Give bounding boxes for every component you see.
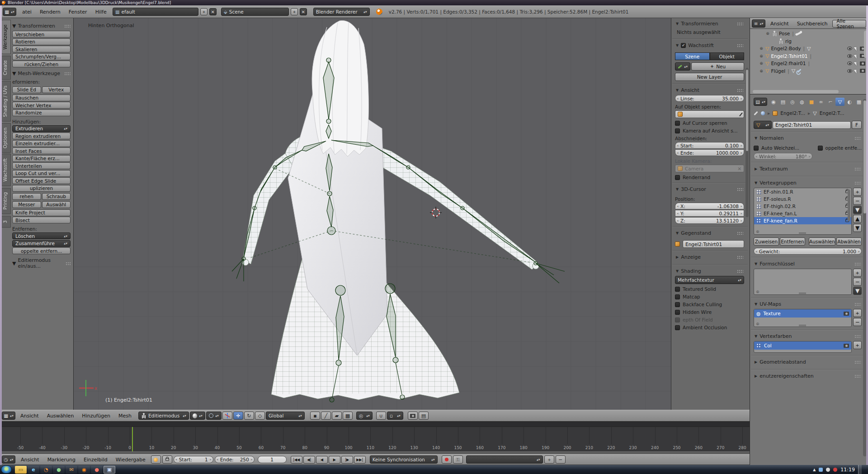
editor-type-button[interactable]: ▦▲▼ <box>2 412 15 420</box>
datablock-name-field[interactable]: Engel2:Tshirt01 <box>773 121 851 129</box>
grease-tab-scene[interactable]: Szene <box>675 52 710 60</box>
tool-button-region-extrudieren[interactable]: Region extrudieren <box>12 133 71 139</box>
tool-button-vertex[interactable]: Vertex <box>42 86 71 93</box>
lock-time-button[interactable] <box>162 455 172 464</box>
shading-toggle-textured-solid[interactable]: Textured Solid <box>675 286 744 292</box>
panel-header-uv-maps[interactable]: ▼UV-Maps <box>754 299 862 309</box>
uv-map-row-texture[interactable]: ◍Texture <box>754 309 851 318</box>
weight-slider[interactable]: Gewicht:1.000 <box>754 248 862 255</box>
vgroup-add-button[interactable]: ＋ <box>853 188 862 196</box>
tool-button-randomize[interactable]: Randomize <box>12 109 71 116</box>
checkbox[interactable] <box>675 302 680 307</box>
lock-cursor-checkbox[interactable] <box>675 121 680 126</box>
render-engine-dropdown[interactable]: Blender Renderer▲▼ <box>313 8 370 16</box>
object-data-tab[interactable]: ▽ <box>835 98 844 106</box>
proportional-edit-dropdown[interactable]: ◎▲▼ <box>356 412 373 420</box>
jump-to-end-button[interactable]: ▶▶| <box>354 456 366 464</box>
checkbox[interactable] <box>675 325 680 330</box>
material-tab[interactable]: ◐ <box>845 98 854 106</box>
show-desktop-button[interactable] <box>858 465 862 474</box>
editor-type-button[interactable]: ▦▲▼ <box>3 8 16 16</box>
opengl-animation-button[interactable]: ▤ <box>419 412 429 420</box>
firefox-icon[interactable]: ◔ <box>40 466 52 474</box>
render-tab[interactable]: ◉ <box>769 98 778 106</box>
vgroup-deselect-button[interactable]: Abwählen <box>836 237 862 246</box>
selectability-cursor-icon[interactable] <box>854 68 858 73</box>
tool-dropdown-extrudieren[interactable]: Extrudieren▲▼ <box>12 125 71 132</box>
tool-button-slide-ed[interactable]: Slide Ed <box>12 86 41 93</box>
panel-header-grease-pencil[interactable]: ▼Wachsstift <box>675 41 744 50</box>
item-name-field[interactable]: Engel2:Tshirt01 <box>683 240 744 248</box>
vgroup-remove-from-button[interactable]: Entfernen <box>780 237 805 246</box>
fake-user-button[interactable]: F <box>852 121 862 129</box>
app-green-icon[interactable]: ● <box>53 466 65 474</box>
outliner-row-engel2-fhair01[interactable]: ⊕▽Engel2:fhair01| <box>753 60 868 67</box>
shading-toggle-hidden-wire[interactable]: Hidden Wire <box>675 309 744 315</box>
grease-new-button[interactable]: ＋Neu <box>691 62 744 71</box>
scene-tab[interactable]: ◎ <box>788 98 797 106</box>
tool-button-bisect[interactable]: Bisect <box>12 217 71 223</box>
tool-button-knife-project[interactable]: Knife Project <box>12 209 71 216</box>
tool-button-rauschen[interactable]: Rauschen <box>12 95 71 101</box>
vgroup-move-up-button[interactable]: ▲ <box>853 215 862 223</box>
vertex-group-row-ef-soleus-r[interactable]: EF-soleus.R <box>754 195 851 203</box>
shading-toggle-epth-of-field[interactable]: epth Of Field <box>675 317 744 322</box>
tool-tab-optionen[interactable]: Optionen <box>1 123 11 153</box>
keying-set-field[interactable]: ▲▼ <box>466 455 543 464</box>
lock-object-field[interactable] <box>675 110 744 118</box>
tool-section-transformieren[interactable]: ▼Transformieren <box>12 23 71 29</box>
vgroup-select-button[interactable]: Auswählen <box>809 237 835 246</box>
panel-header-display[interactable]: ▶Anzeige <box>675 252 744 262</box>
world-tab[interactable]: ◍ <box>797 98 807 106</box>
menu-hilfe[interactable]: Hilfe <box>91 9 111 15</box>
add-layout-button[interactable]: ＋ <box>200 8 208 15</box>
expand-icon[interactable]: ⊕ <box>759 54 764 58</box>
shapekey-specials-button[interactable]: ▼ <box>853 287 862 295</box>
outliner-row-engel2-tshirt01[interactable]: ⊕▽Engel2:Tshirt01| <box>753 52 868 60</box>
list-resize-grip[interactable] <box>799 232 806 234</box>
vgroup-list-scrollbar[interactable] <box>848 190 850 221</box>
viewport-shading-dropdown[interactable]: ▲▼ <box>190 412 205 420</box>
record-button[interactable] <box>442 455 452 464</box>
snap-target-dropdown[interactable]: ▫▲▼ <box>387 412 403 420</box>
panel-header-vertex-groups[interactable]: ▼Vertexgruppen <box>754 178 862 188</box>
visibility-eye-icon[interactable] <box>847 47 852 50</box>
current-frame-field[interactable]: 1 <box>258 456 287 463</box>
vgroup-move-down-button[interactable]: ▼ <box>853 224 862 232</box>
tool-button-unterteilen[interactable]: Unterteilen <box>12 162 71 169</box>
vertex-group-row-ef-knee-fan-l[interactable]: EF-knee_fan.L <box>754 210 851 217</box>
auto-smooth-checkbox[interactable] <box>754 146 759 151</box>
render-border-checkbox[interactable] <box>675 175 680 180</box>
visibility-eye-icon[interactable] <box>847 54 852 58</box>
visibility-eye-icon[interactable] <box>847 62 852 65</box>
tool-tab-3[interactable]: 3 <box>1 216 11 228</box>
frame-start-field[interactable]: Start:1 <box>174 456 213 463</box>
start-button[interactable] <box>1 465 12 474</box>
checkbox[interactable] <box>675 294 680 299</box>
vertex-group-row-ef-thigh-02-r[interactable]: EF-thigh.02.R <box>754 203 851 210</box>
current-frame-indicator[interactable] <box>132 427 133 451</box>
selectability-cursor-icon[interactable] <box>854 46 858 51</box>
app-red-icon[interactable]: ● <box>91 466 103 474</box>
render-layers-tab[interactable]: ▤ <box>778 98 788 106</box>
panel-header-geometry[interactable]: ▶Geometrieabstand <box>754 357 862 367</box>
vcol-add-button[interactable]: ＋ <box>853 341 862 349</box>
tool-dropdown-zusammenf-hre[interactable]: Zusammenführe▲▼ <box>12 240 71 247</box>
timeline-tracks[interactable]: -50-40-30-20-100102030405060708090100110… <box>0 422 750 451</box>
cursor-y-field[interactable]: Y:0.29211 <box>675 210 744 217</box>
sync-dropdown[interactable]: Keine Synchronisation▲▼ <box>370 455 438 464</box>
play-button[interactable]: ▶ <box>329 456 340 464</box>
tool-button-skalieren[interactable]: Skalieren <box>12 46 71 52</box>
tool-button-offset-edge-slide[interactable]: Offset Edge Slide <box>12 177 71 184</box>
menu-rendern[interactable]: Rendern <box>36 9 65 15</box>
edge-select-button[interactable]: ╱ <box>321 412 331 420</box>
list-add-icon[interactable]: ⊕ <box>756 229 760 234</box>
add-scene-button[interactable]: ＋ <box>291 8 298 15</box>
tool-button-verschieben[interactable]: Verschieben <box>12 31 71 38</box>
expand-icon[interactable]: ⊕ <box>765 31 770 36</box>
occlude-geometry-button[interactable]: ▩ <box>343 412 353 420</box>
panel-header-view[interactable]: ▼Ansicht <box>675 85 744 95</box>
window-title-bar[interactable]: Blender [C:\Users\Admin\Desktop\Modellba… <box>0 0 868 5</box>
delete-keyframe-button[interactable]: − <box>556 455 566 464</box>
lens-slider[interactable]: Linse:35.000 <box>675 95 744 102</box>
